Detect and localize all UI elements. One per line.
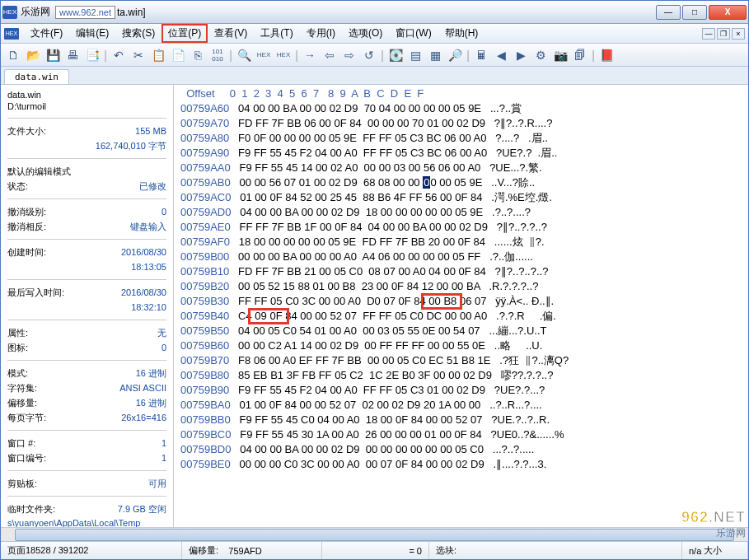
hex-row[interactable]: 00759BD0 04 00 00 BA 00 00 02 D9 00 00 0… — [180, 442, 745, 457]
open-icon[interactable]: 📂 — [24, 46, 42, 64]
menu-专用[interactable]: 专用(I) — [300, 24, 342, 43]
scroll-thumb[interactable] — [15, 529, 734, 541]
hex-row[interactable]: 00759B60 00 00 C2 A1 14 00 02 D9 00 FF F… — [180, 338, 745, 353]
paste-icon[interactable]: 📄 — [169, 46, 187, 64]
attr-label: 属性: — [7, 327, 28, 338]
titlebar[interactable]: HEX 乐游网 www.962.net ta.win] — □ X — [1, 1, 748, 24]
hex-row[interactable]: 00759B20 00 05 52 15 88 01 00 B8 23 00 0… — [180, 279, 745, 294]
separator: | — [380, 46, 385, 64]
maximize-button[interactable]: □ — [682, 5, 707, 20]
arrow-right-icon[interactable]: → — [301, 46, 319, 64]
hex-row[interactable]: 00759AD0 04 00 00 BA 00 00 02 D9 18 00 0… — [180, 205, 745, 220]
lens-icon[interactable]: 🔎 — [446, 46, 464, 64]
defedit-label: 默认的编辑模式 — [7, 166, 71, 177]
attr-val: 无 — [157, 327, 166, 338]
search-hex-icon[interactable]: HEX — [255, 46, 273, 64]
hex-row[interactable]: 00759B10 FD FF 7F BB 21 00 05 C0 08 07 0… — [180, 264, 745, 279]
menubar: HEX 文件(F)编辑(E)搜索(S)位置(P)查看(V)工具(T)专用(I)选… — [1, 24, 748, 44]
print-icon[interactable]: 🖶 — [63, 46, 82, 64]
mdi-min-button[interactable]: — — [702, 28, 715, 40]
undo-icon[interactable]: ↶ — [110, 46, 128, 64]
mode-val: 16 进制 — [136, 367, 166, 379]
hex-row[interactable]: 00759B70 F8 06 00 A0 EF FF 7F BB 00 00 0… — [180, 353, 745, 368]
hex-row[interactable]: 00759BA0 01 00 0F 84 00 00 52 07 02 00 0… — [180, 398, 745, 413]
hex-row[interactable]: 00759A90 F9 FF 55 45 F2 04 00 A0 FF FF 0… — [180, 146, 745, 161]
copy-hex-icon[interactable]: ⎘ — [189, 46, 207, 64]
separator: | — [591, 46, 596, 64]
undorev-label: 撤消相反: — [7, 221, 46, 232]
chip-icon[interactable]: ▦ — [426, 46, 444, 64]
hex-row[interactable]: 00759AA0 F9 FF 55 45 14 00 02 A0 00 00 0… — [180, 161, 745, 175]
hex-row[interactable]: 00759AB0 00 00 56 07 01 00 02 D9 68 08 0… — [180, 175, 745, 190]
hex-row[interactable]: 00759A60 04 00 00 BA 00 00 02 D9 70 04 0… — [180, 101, 745, 116]
minimize-button[interactable]: — — [656, 5, 681, 20]
hex-row[interactable]: 00759BB0 F9 FF 55 45 C0 04 00 A0 18 00 0… — [180, 413, 745, 427]
ram-icon[interactable]: ▤ — [406, 46, 424, 64]
app-icon: HEX — [2, 6, 17, 19]
status-sel-label: 选块: — [436, 544, 456, 557]
close-button[interactable]: X — [709, 5, 747, 20]
icon-label: 图标: — [7, 342, 28, 353]
help-icon[interactable]: 📕 — [597, 46, 616, 64]
status-offset-val: 759AFD — [228, 546, 261, 556]
hex-row[interactable]: 00759BE0 00 00 00 C0 3C 00 00 A0 00 07 0… — [180, 457, 745, 472]
h-scrollbar[interactable] — [1, 527, 748, 541]
hex-row[interactable]: 00759B80 85 EB B1 3F FB FF 05 C2 1C 2E B… — [180, 368, 745, 383]
hash-icon[interactable]: ⚙ — [531, 46, 550, 64]
hex-row[interactable]: 00759AE0 FF FF 7F BB 1F 00 0F 84 04 00 0… — [180, 220, 745, 235]
watermark-site: www.962.net — [55, 6, 115, 19]
properties-icon[interactable]: 📑 — [83, 46, 101, 64]
separator: | — [466, 46, 470, 64]
replace-hex-icon[interactable]: HEX — [274, 46, 293, 64]
menu-工具[interactable]: 工具(T) — [254, 24, 299, 43]
separator: | — [103, 46, 108, 64]
data-101-icon[interactable]: 101010 — [208, 46, 227, 64]
calc-icon[interactable]: 🖩 — [472, 46, 490, 64]
wnd-val: 1 — [162, 437, 166, 449]
hex-header: Offset 0 1 2 3 4 5 6 7 8 9 A B C D E F — [180, 86, 745, 101]
mdi-buttons: — ❐ × — [702, 28, 748, 40]
hex-row[interactable]: 00759B90 F9 FF 55 45 F2 04 00 A0 FF FF 0… — [180, 383, 745, 398]
menu-窗口[interactable]: 窗口(W) — [389, 24, 438, 43]
hex-row[interactable]: 00759B00 00 00 00 BA 00 00 00 A0 A4 06 0… — [180, 250, 745, 264]
hex-row[interactable]: 00759AF0 18 00 00 00 00 00 05 9E FD FF 7… — [180, 235, 745, 250]
menu-编辑[interactable]: 编辑(E) — [69, 24, 115, 43]
watermark-label: 乐游网 — [21, 5, 50, 19]
app-window: HEX 乐游网 www.962.net ta.win] — □ X HEX 文件… — [0, 0, 749, 560]
hex-row[interactable]: 00759A80 F0 0F 00 00 00 00 05 9E FF FF 0… — [180, 131, 745, 146]
hex-row[interactable]: 00759B30 FF FF 05 C0 3C 00 00 A0 D0 07 0… — [180, 294, 745, 309]
mdi-close-button[interactable]: × — [732, 28, 745, 40]
disk-icon[interactable]: 💽 — [386, 46, 405, 64]
hex-row[interactable]: 00759B40 C4 09 0F 84 00 00 52 07 FF FF 0… — [180, 309, 745, 324]
menu-查看[interactable]: 查看(V) — [208, 24, 254, 43]
hex-row[interactable]: 00759BC0 F9 FF 55 45 30 1A 00 A0 26 00 0… — [180, 427, 745, 442]
state-val: 已修改 — [139, 180, 166, 192]
file-tab[interactable]: data.win — [4, 69, 69, 84]
menu-选项[interactable]: 选项(O) — [342, 24, 389, 43]
menu-文件[interactable]: 文件(F) — [24, 24, 69, 43]
status-page: 页面18528 / 391202 — [1, 542, 182, 559]
go-back-icon[interactable]: ⇦ — [321, 46, 339, 64]
copy-icon[interactable]: 📋 — [149, 46, 167, 64]
menu-帮助[interactable]: 帮助(H) — [438, 24, 485, 43]
hex-view[interactable]: Offset 0 1 2 3 4 5 6 7 8 9 A B C D E F 0… — [174, 85, 748, 527]
search-icon[interactable]: 🔍 — [235, 46, 253, 64]
camera-icon[interactable]: 📷 — [551, 46, 569, 64]
hex-row[interactable]: 00759B50 04 00 05 C0 54 01 00 A0 00 03 0… — [180, 324, 745, 338]
nav-right-icon[interactable]: ▶ — [512, 46, 530, 64]
charset-val: ANSI ASCII — [119, 382, 166, 394]
cut-icon[interactable]: ✂ — [129, 46, 147, 64]
save-icon[interactable]: 💾 — [44, 46, 62, 64]
side-panel: data.win D:\turmoil 文件大小:155 MB 162,740,… — [1, 85, 174, 527]
menu-位置[interactable]: 位置(P) — [162, 24, 208, 43]
docs-icon[interactable]: 🗐 — [571, 46, 589, 64]
status-na: n/a — [689, 546, 701, 556]
nav-left-icon[interactable]: ◀ — [492, 46, 510, 64]
hex-row[interactable]: 00759AC0 01 00 0F 84 52 00 25 45 88 B6 4… — [180, 190, 745, 205]
mdi-restore-button[interactable]: ❐ — [717, 28, 730, 40]
go-fwd-icon[interactable]: ⇨ — [340, 46, 358, 64]
new-icon[interactable]: 🗋 — [4, 46, 22, 64]
loop-icon[interactable]: ↺ — [360, 46, 378, 64]
hex-row[interactable]: 00759A70 FD FF 7F BB 06 00 0F 84 00 00 0… — [180, 116, 745, 131]
menu-搜索[interactable]: 搜索(S) — [115, 24, 162, 43]
